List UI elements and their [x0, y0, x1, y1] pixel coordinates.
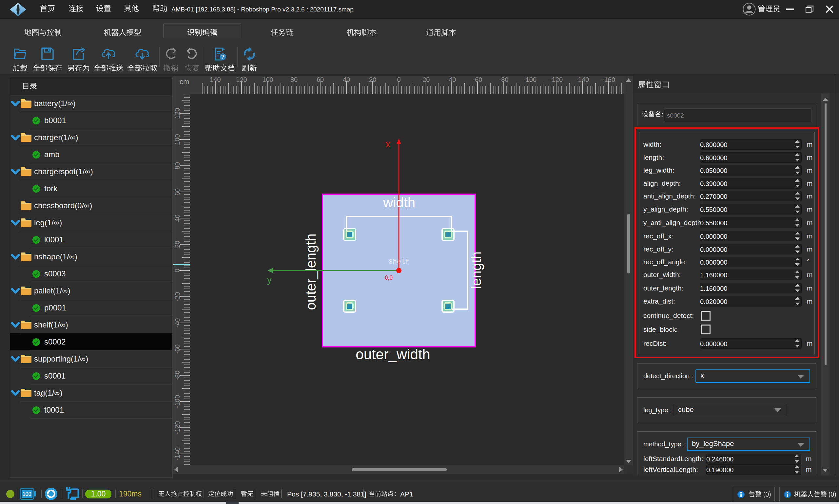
svg-text:-100: -100: [523, 76, 537, 83]
svg-text:width: width: [383, 195, 415, 210]
svg-text:-160: -160: [602, 76, 615, 83]
svg-text:80: 80: [174, 162, 181, 169]
svg-text:-80: -80: [174, 371, 181, 380]
svg-text:-40: -40: [174, 318, 181, 328]
svg-text:outer_length: outer_length: [303, 234, 318, 310]
svg-text:60: 60: [317, 76, 324, 83]
svg-text:20: 20: [369, 76, 376, 83]
svg-text:-100: -100: [174, 395, 181, 408]
svg-text:-140: -140: [576, 76, 589, 83]
svg-text:length: length: [469, 252, 484, 289]
svg-text:120: 120: [236, 76, 247, 83]
svg-text:-80: -80: [499, 76, 509, 83]
svg-text:-120: -120: [549, 76, 563, 83]
svg-text:?: ?: [221, 54, 225, 60]
svg-text:y: y: [267, 274, 272, 285]
svg-text:outer_width: outer_width: [355, 346, 430, 362]
svg-text:100: 100: [23, 491, 32, 497]
svg-text:0: 0: [397, 76, 401, 83]
svg-text:-40: -40: [447, 76, 456, 83]
svg-text:100: 100: [262, 76, 273, 83]
svg-text:x: x: [386, 139, 391, 149]
svg-text:-60: -60: [174, 344, 181, 354]
svg-text:40: 40: [343, 76, 350, 83]
svg-text:0,0: 0,0: [385, 274, 392, 281]
svg-text:-140: -140: [174, 447, 181, 461]
svg-text:-20: -20: [174, 292, 181, 302]
svg-text:20: 20: [174, 241, 181, 248]
svg-text:60: 60: [174, 188, 181, 196]
svg-text:120: 120: [174, 108, 181, 119]
svg-text:cm: cm: [180, 78, 189, 86]
svg-text:100: 100: [174, 134, 181, 145]
svg-text:40: 40: [174, 215, 181, 222]
svg-text:80: 80: [291, 76, 298, 83]
svg-text:0: 0: [174, 269, 181, 272]
svg-text:140: 140: [210, 76, 221, 83]
svg-text:-20: -20: [420, 76, 430, 83]
svg-text:-120: -120: [174, 421, 181, 434]
svg-text:-60: -60: [473, 76, 483, 83]
